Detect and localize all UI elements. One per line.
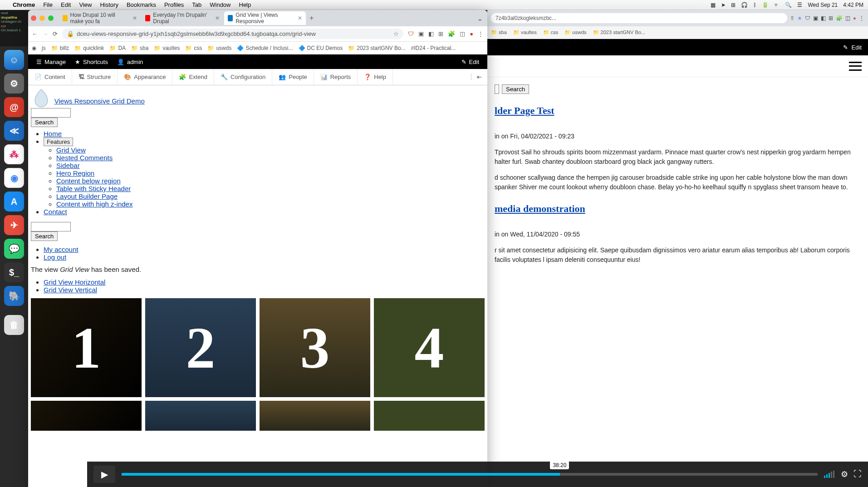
dock-app-icon[interactable]: ✈ [4, 215, 24, 235]
star-icon[interactable]: ☆ [393, 30, 399, 37]
nav-sublink[interactable]: Sidebar [56, 162, 80, 169]
nav-features-button[interactable]: Features [44, 138, 73, 146]
foreground-chrome-window[interactable]: How Drupal 10 will make you fa✕ Everyday… [28, 10, 487, 487]
nav-sublink[interactable]: Grid View [56, 146, 86, 154]
tab-dropdown-icon[interactable]: ⌄ [477, 14, 483, 23]
article-title-link[interactable]: media demonstration [495, 203, 585, 214]
menubar-date[interactable]: Wed Sep 21 [808, 2, 838, 8]
close-tab-icon[interactable]: ✕ [132, 15, 137, 21]
bookmark-item[interactable]: 📁 uswds [564, 30, 586, 35]
menu-file[interactable]: File [43, 1, 53, 8]
menu-bookmarks[interactable]: Bookmarks [127, 1, 156, 8]
menu-icon[interactable]: ⋮ [859, 15, 864, 21]
bookmark-item[interactable]: 📁billz [51, 45, 69, 51]
toolbar-help[interactable]: ❓ Help [358, 69, 393, 85]
menubar-time[interactable]: 4:42 PM [843, 2, 863, 8]
bookmark-item[interactable]: 📁uswds [207, 45, 231, 51]
bookmark-item[interactable]: 📁DA [109, 45, 126, 51]
tray-icon[interactable]: ▦ [711, 2, 716, 8]
tray-headphones-icon[interactable]: 🎧 [741, 2, 748, 8]
dock-appstore-icon[interactable]: A [4, 192, 24, 212]
logout-link[interactable]: Log out [44, 253, 66, 261]
dock-vscode-icon[interactable]: ≪ [4, 121, 24, 141]
manage-button[interactable]: ☰Manage [32, 54, 70, 69]
dock-messages-icon[interactable]: 💬 [4, 239, 24, 259]
nav-sublink[interactable]: Content with high z-index [56, 200, 132, 208]
close-window-button[interactable] [31, 15, 36, 21]
bookmark-item[interactable]: 🔷 Schedule / Inclusi... [237, 45, 293, 51]
back-button[interactable]: ← [32, 30, 38, 37]
puzzle-icon[interactable]: 🧩 [836, 15, 843, 21]
menu-icon[interactable]: ⋮ [478, 30, 484, 37]
toolbar-content[interactable]: 📄 Content [28, 69, 72, 85]
dock-trash-icon[interactable]: 🗑 [4, 315, 24, 335]
close-tab-icon[interactable]: ✕ [215, 15, 220, 21]
hamburger-icon[interactable] [849, 62, 862, 71]
toolbar-reports[interactable]: 📊 Reports [314, 69, 358, 85]
dock-chrome-icon[interactable]: ◉ [4, 168, 24, 188]
bookmark-item[interactable]: 📁 2023 startGNV Bo... [593, 30, 646, 35]
fullscreen-icon[interactable]: ⛶ [853, 469, 862, 479]
dock-app-icon[interactable]: 🐘 [4, 286, 24, 306]
play-button[interactable]: ▶ [93, 466, 115, 483]
grid-card[interactable]: 4 [374, 298, 485, 397]
browser-tab[interactable]: Everyday I'm Drupalin' Drupal✕ [142, 11, 223, 25]
browser-tab[interactable]: How Drupal 10 will make you fa✕ [59, 11, 141, 25]
close-tab-icon[interactable]: ✕ [298, 15, 302, 21]
search-button[interactable]: Search [31, 118, 58, 127]
extension-icon[interactable]: ⊞ [438, 30, 443, 37]
dock-app-icon[interactable]: @ [4, 97, 24, 117]
avatar-icon[interactable]: ● [470, 30, 473, 37]
bookmark-item[interactable]: 📁 vaultes [513, 30, 537, 35]
grid-card[interactable]: 2 [145, 298, 256, 397]
site-name-link[interactable]: Views Responsive Grid Demo [54, 97, 145, 105]
puzzle-icon[interactable]: 🧩 [448, 30, 455, 37]
user-button[interactable]: 👤admin [113, 54, 147, 69]
lock-icon[interactable]: 🔒 [67, 30, 74, 37]
menu-history[interactable]: History [100, 1, 118, 8]
bookmark-item[interactable]: 📁 sba [491, 30, 507, 35]
toolbar-configuration[interactable]: 🔧 Configuration [214, 69, 272, 85]
extension-icon[interactable]: ⊞ [829, 15, 833, 21]
grid-card[interactable]: 3 [260, 298, 370, 397]
share-icon[interactable]: ⇧ [790, 15, 794, 21]
bookmark-item[interactable]: 📁 css [543, 30, 559, 35]
shield-icon[interactable]: 🛡 [805, 15, 810, 21]
reload-button[interactable]: ⟳ [53, 30, 58, 37]
avatar-icon[interactable]: ● [853, 15, 856, 21]
bookmark-item[interactable]: ◉ [32, 45, 36, 51]
maximize-window-button[interactable] [48, 15, 54, 21]
grid-card[interactable] [374, 401, 485, 431]
search-input[interactable] [31, 108, 71, 118]
bookmark-item[interactable]: 📁sba [131, 45, 148, 51]
nav-sublink[interactable]: Nested Comments [56, 154, 113, 162]
tab-link[interactable]: Grid View Vertical [44, 286, 97, 294]
settings-icon[interactable]: ⚙ [841, 469, 848, 479]
search-input[interactable] [31, 222, 71, 231]
bookmark-item[interactable]: 📁2023 startGNV Bo... [348, 45, 405, 51]
dock-terminal-icon[interactable]: $_ [4, 262, 24, 282]
tray-icon[interactable]: ⊞ [731, 2, 736, 8]
nav-contact-link[interactable]: Contact [44, 208, 67, 216]
nav-sublink[interactable]: Layout Builder Page [56, 192, 118, 200]
drupal-logo-icon[interactable] [31, 87, 52, 105]
dock-finder-icon[interactable]: ☺ [4, 50, 24, 70]
current-app[interactable]: Chrome [13, 1, 35, 8]
bookmark-item[interactable]: 📁css [185, 45, 202, 51]
bookmark-item[interactable]: 🔷 DC EU Demos [299, 45, 343, 51]
user-account-link[interactable]: My account [44, 246, 78, 253]
toolbar-structure[interactable]: 🏗 Structure [72, 69, 118, 85]
menu-tab[interactable]: Tab [192, 1, 201, 8]
menu-profiles[interactable]: Profiles [164, 1, 184, 8]
tray-wifi-icon[interactable]: ᯤ [774, 2, 780, 8]
dock-settings-icon[interactable]: ⚙ [4, 74, 24, 93]
menu-help[interactable]: Help [239, 1, 251, 8]
address-bar[interactable]: 7z4b3al0zkogleksmzbc... [491, 13, 787, 23]
panel-icon[interactable]: ◫ [845, 15, 850, 21]
menu-edit[interactable]: Edit [61, 1, 71, 8]
progress-track[interactable]: 38:20 [122, 473, 818, 476]
search-input[interactable] [495, 84, 499, 94]
panel-icon[interactable]: ◫ [460, 30, 465, 37]
toolbar-orientation-toggle[interactable]: ⇤ [471, 74, 487, 80]
article-title-link[interactable]: lder Page Test [495, 105, 554, 116]
